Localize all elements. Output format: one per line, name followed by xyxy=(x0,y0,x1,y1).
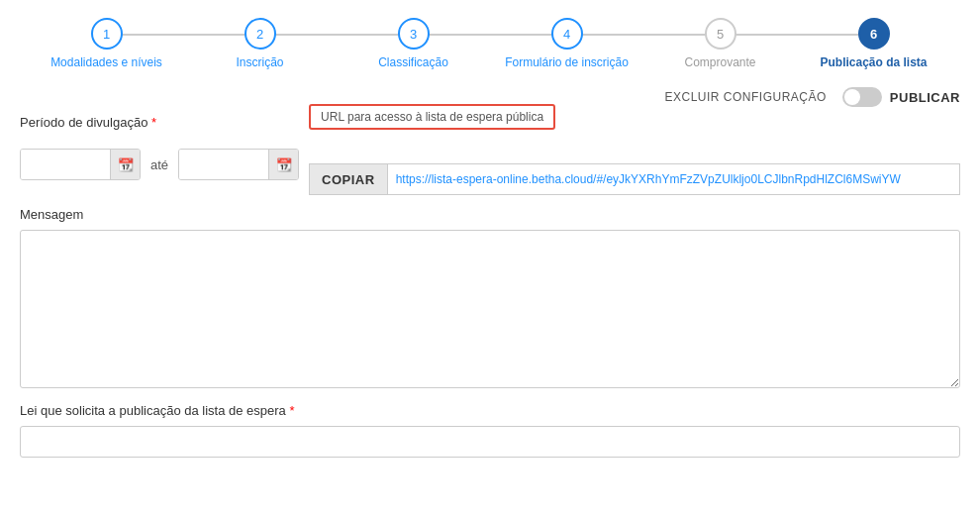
step-item-5[interactable]: 5 Comprovante xyxy=(643,18,797,69)
lei-input[interactable] xyxy=(20,426,960,458)
step-circle-4: 4 xyxy=(551,18,583,50)
step-circle-3: 3 xyxy=(398,18,430,50)
publicar-label: PUBLICAR xyxy=(890,90,960,105)
period-required-star: * xyxy=(147,115,156,130)
mensagem-section: Mensagem xyxy=(20,207,960,391)
step-label-2: Inscrição xyxy=(236,55,283,69)
excluir-config-button[interactable]: EXCLUIR CONFIGURAÇÃO xyxy=(664,90,826,104)
step-label-1: Modalidades e níveis xyxy=(50,55,162,69)
ate-label: até xyxy=(141,157,178,172)
step-item-6[interactable]: 6 Publicação da lista xyxy=(797,18,950,69)
url-display: https://lista-espera-online.betha.cloud/… xyxy=(387,163,960,195)
copy-button[interactable]: COPIAR xyxy=(309,163,387,195)
step-label-5: Comprovante xyxy=(684,55,755,69)
date-start-wrap: 📆 xyxy=(20,149,141,180)
calendar-start-button[interactable]: 📆 xyxy=(110,150,140,179)
publicar-toggle[interactable] xyxy=(842,87,882,107)
calendar-end-icon: 📆 xyxy=(276,157,292,172)
lei-required-star: * xyxy=(286,403,295,418)
calendar-end-button[interactable]: 📆 xyxy=(268,150,298,179)
url-tooltip: URL para acesso à lista de espera públic… xyxy=(309,104,555,130)
step-label-6: Publicação da lista xyxy=(820,55,927,69)
mensagem-label: Mensagem xyxy=(20,207,960,222)
step-label-3: Classificação xyxy=(378,55,448,69)
step-item-2[interactable]: 2 Inscrição xyxy=(183,18,337,69)
toggle-group: PUBLICAR xyxy=(842,87,960,107)
lei-section: Lei que solicita a publicação da lista d… xyxy=(20,403,960,458)
step-item-1[interactable]: 1 Modalidades e níveis xyxy=(30,18,183,69)
step-item-4[interactable]: 4 Formulário de inscrição xyxy=(490,18,643,69)
lei-label: Lei que solicita a publicação da lista d… xyxy=(20,403,960,418)
date-start-input[interactable] xyxy=(21,150,110,179)
step-circle-1: 1 xyxy=(91,18,123,50)
date-end-wrap: 📆 xyxy=(178,149,299,180)
step-circle-5: 5 xyxy=(705,18,736,50)
calendar-start-icon: 📆 xyxy=(118,157,134,172)
step-circle-2: 2 xyxy=(245,18,276,50)
period-section: Período de divulgação * 📆 até 📆 xyxy=(20,115,960,195)
stepper: 1 Modalidades e níveis 2 Inscrição 3 Cla… xyxy=(0,0,980,79)
step-circle-6: 6 xyxy=(858,18,890,50)
step-item-3[interactable]: 3 Classificação xyxy=(337,18,490,69)
main-content: Período de divulgação * 📆 até 📆 xyxy=(0,115,980,458)
date-end-input[interactable] xyxy=(179,150,268,179)
mensagem-textarea[interactable] xyxy=(20,230,960,388)
step-label-4: Formulário de inscrição xyxy=(505,55,629,69)
